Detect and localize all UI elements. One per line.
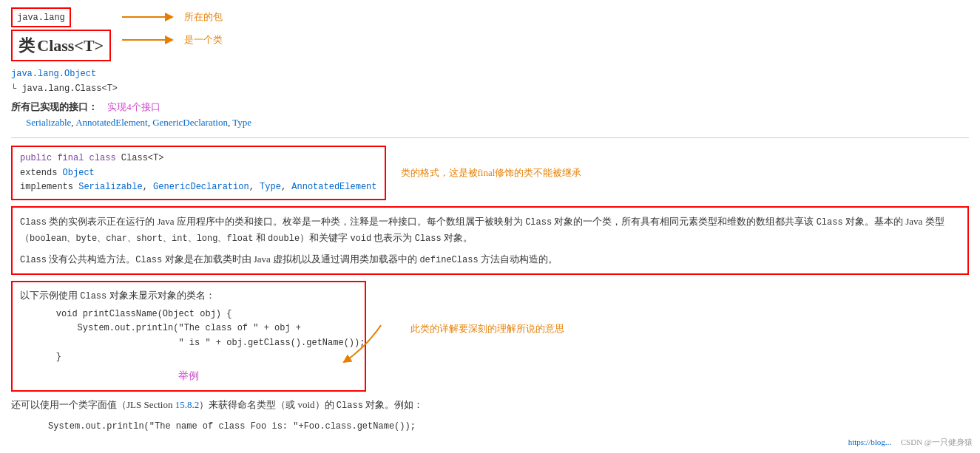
object-link[interactable]: java.lang.Object: [11, 69, 96, 79]
annotations-column: 所在的包 是一个类: [122, 7, 223, 48]
declaration-row: public final class public final class Cl…: [11, 146, 969, 200]
example-code: void printClassName(Object obj) { System…: [35, 307, 357, 364]
description-para2: Class 没有公共构造方法。Class 对象是在加载类时由 Java 虚拟机以…: [20, 251, 960, 268]
class-arrow-icon: [122, 33, 181, 47]
package-arrow-icon: [122, 10, 181, 24]
package-name: java.lang: [17, 13, 65, 23]
interfaces-list: Serializable, AnnotatedElement, GenericD…: [26, 117, 251, 128]
package-annotation-row: 所在的包: [122, 10, 223, 25]
hierarchy-section: java.lang.Object └ java.lang.Class<T>: [11, 67, 969, 95]
declaration-note: 类的格式，这是被final修饰的类不能被继承: [401, 166, 582, 181]
hierarchy-indent: └: [11, 84, 16, 94]
annotated-element-link[interactable]: AnnotatedElement: [75, 117, 147, 128]
example-intro: 以下示例使用 Class 对象来显示对象的类名：: [20, 288, 357, 304]
interfaces-count: 实现4个接口: [107, 101, 160, 112]
interfaces-section: 所有已实现的接口： 实现4个接口 Serializable, Annotated…: [11, 100, 969, 131]
description-box: Class 类的实例表示正在运行的 Java 应用程序中的类和接口。枚举是一种类…: [11, 206, 969, 275]
bottom-text: 还可以使用一个类字面值（JLS Section 15.8.2）来获得命名类型（或…: [11, 398, 969, 413]
header-section: java.lang 类 Class<T> 所在的包: [11, 7, 969, 61]
object-extends-link[interactable]: Object: [63, 168, 95, 178]
package-box: java.lang: [11, 7, 71, 27]
system-println: System.out.println("The name of class Fo…: [48, 420, 969, 434]
interfaces-label: 所有已实现的接口：: [11, 101, 98, 112]
class-name: Class<T>: [37, 36, 104, 55]
generic-decl-impl-link[interactable]: GenericDeclaration: [153, 182, 249, 192]
annotated-impl-link[interactable]: AnnotatedElement: [291, 182, 376, 192]
class-title-box: 类 Class<T>: [11, 30, 111, 61]
watermark-url: https://blog...: [848, 437, 891, 446]
decl-line2: extends Object: [20, 166, 377, 180]
description-para1: Class 类的实例表示正在运行的 Java 应用程序中的类和接口。枚举是一种类…: [20, 214, 960, 247]
example-box: 以下示例使用 Class 对象来显示对象的类名： void printClass…: [11, 281, 366, 392]
hierarchy-current: └ java.lang.Class<T>: [11, 82, 969, 96]
decl-line1: public final class public final class Cl…: [20, 151, 377, 166]
divider-1: [11, 137, 969, 138]
hierarchy-parent: java.lang.Object: [11, 67, 969, 81]
class-keyword: 类: [18, 36, 35, 55]
example-label: 举例: [20, 368, 357, 384]
declaration-box: public final class public final class Cl…: [11, 146, 386, 200]
class-annotation-text: 是一个类: [184, 33, 223, 48]
jls-link[interactable]: 15.8.2: [175, 399, 200, 410]
type-link[interactable]: Type: [232, 117, 251, 128]
generic-declaration-link[interactable]: GenericDeclaration: [152, 117, 228, 128]
example-note-text: 此类的详解要深刻的理解所说的意思: [410, 321, 564, 337]
decl-line3: implements Serializable, GenericDeclarat…: [20, 180, 377, 194]
watermark-site: CSDN @一只健身猿: [901, 437, 973, 446]
class-annotation-row: 是一个类: [122, 33, 223, 48]
serializable-link[interactable]: Serializable: [26, 117, 71, 128]
hierarchy-current-text: java.lang.Class<T>: [21, 84, 118, 94]
example-area: 以下示例使用 Class 对象来显示对象的类名： void printClass…: [11, 281, 969, 392]
left-column: java.lang 类 Class<T>: [11, 7, 111, 61]
example-note-area: 此类的详解要深刻的理解所说的意思: [381, 325, 564, 369]
type-impl-link[interactable]: Type: [260, 182, 281, 192]
package-annotation-text: 所在的包: [184, 10, 223, 25]
decl-class-name: Class<T>: [121, 153, 164, 163]
watermark: https://blog... CSDN @一只健身猿: [848, 436, 973, 449]
serializable-impl-link[interactable]: Serializable: [78, 182, 142, 192]
